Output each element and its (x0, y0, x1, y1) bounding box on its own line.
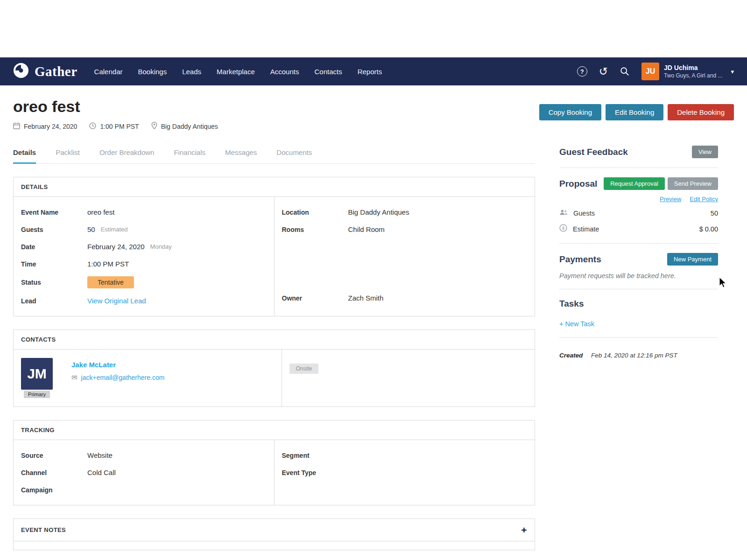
event-notes-body (14, 541, 535, 550)
view-original-lead-link[interactable]: View Original Lead (87, 297, 146, 305)
details-heading: DETAILS (21, 183, 48, 190)
user-organization: Two Guys, A Girl and ... (664, 72, 722, 79)
field-event-name: Event Name oreo fest (14, 203, 274, 221)
field-guests: Guests 50 Estimated (14, 221, 274, 238)
send-preview-button[interactable]: Send Preview (668, 177, 718, 190)
contacts-card-header: CONTACTS (14, 330, 535, 350)
divider (559, 289, 718, 289)
nav-item-calendar[interactable]: Calendar (94, 68, 123, 76)
top-navigation: Gather Calendar Bookings Leads Marketpla… (0, 57, 747, 85)
contacts-card: CONTACTS JM Primary Jake McLater ✉ jack+… (13, 329, 535, 407)
contact-name-link[interactable]: Jake McLater (71, 361, 164, 369)
event-meta: February 24, 2020 1:00 PM PST (13, 122, 218, 131)
field-source: Source Website (14, 447, 274, 464)
gather-logo[interactable]: Gather (13, 63, 78, 80)
tracking-card-header: TRACKING (14, 420, 535, 440)
primary-contact-tag: Primary (24, 391, 50, 398)
guest-feedback-view-button[interactable]: View (692, 146, 718, 158)
svg-text:$: $ (562, 225, 565, 231)
request-approval-button[interactable]: Request Approval (604, 177, 665, 190)
proposal-edit-policy-link[interactable]: Edit Policy (690, 196, 718, 203)
field-campaign: Campaign (14, 481, 274, 498)
payments-section: Payments New Payment Payment requests wi… (559, 253, 718, 280)
contact-avatar[interactable]: JM (21, 358, 53, 390)
tracking-card: TRACKING Source Website Channel Cold Cal… (13, 420, 535, 505)
details-right-column: Location Big Daddy Antiques Rooms Child … (274, 197, 535, 316)
proposal-title: Proposal (559, 179, 597, 189)
tasks-title: Tasks (559, 299, 718, 309)
envelope-icon: ✉ (71, 373, 78, 382)
tracking-heading: TRACKING (21, 427, 55, 434)
payments-title: Payments (559, 254, 601, 265)
add-note-button[interactable]: + (521, 525, 527, 535)
field-status: Status Tentative (14, 273, 274, 292)
edit-booking-button[interactable]: Edit Booking (606, 104, 663, 120)
proposal-preview-link[interactable]: Preview (660, 196, 681, 203)
created-row: Created Feb 14, 2020 at 12:16 pm PST (559, 352, 718, 359)
nav-item-bookings[interactable]: Bookings (138, 68, 167, 76)
contacts-heading: CONTACTS (21, 336, 56, 343)
field-segment: Segment (275, 447, 535, 464)
guest-feedback-title: Guest Feedback (559, 147, 628, 157)
nav-item-reports[interactable]: Reports (358, 68, 382, 76)
field-time: Time 1:00 PM PST (14, 255, 274, 273)
history-icon[interactable]: ↺ (599, 66, 608, 77)
tab-packlist[interactable]: Packlist (56, 148, 80, 163)
nav-utilities: ? ↺ JU JD Uchima Two Guys, A Girl and ..… (577, 63, 734, 80)
page-title: oreo fest (13, 98, 218, 116)
booking-tabs: Details Packlist Order Breakdown Financi… (13, 148, 535, 164)
booking-actions: Copy Booking Edit Booking Delete Booking (539, 104, 734, 120)
guest-feedback-section: Guest Feedback View (559, 146, 718, 158)
event-time: 1:00 PM PST (89, 122, 139, 131)
date-weekday-note: Monday (150, 243, 172, 250)
field-rooms: Rooms Child Room (275, 221, 535, 238)
onsite-badge: Onsite (289, 364, 319, 374)
guests-icon (559, 209, 568, 217)
event-location: Big Daddy Antiques (151, 122, 218, 131)
search-icon[interactable] (620, 66, 630, 77)
field-owner: Owner Zach Smith (275, 289, 535, 307)
bottom-margin (0, 550, 747, 560)
proposal-estimate-value: $ 0.00 (699, 225, 718, 233)
details-card-header: DETAILS (14, 177, 535, 197)
details-card: DETAILS Event Name oreo fest Guests 50 E… (13, 177, 535, 316)
copy-booking-button[interactable]: Copy Booking (539, 104, 601, 120)
created-label: Created (559, 352, 583, 359)
new-task-link[interactable]: + New Task (559, 320, 594, 328)
proposal-estimate-row: $ Estimate $ 0.00 (559, 224, 718, 234)
tab-order-breakdown[interactable]: Order Breakdown (99, 148, 155, 163)
event-notes-card: EVENT NOTES + (13, 518, 535, 550)
mouse-cursor (719, 277, 727, 290)
calendar-icon (13, 122, 20, 131)
user-menu[interactable]: JU JD Uchima Two Guys, A Girl and ... ▾ (641, 63, 734, 80)
tab-documents[interactable]: Documents (276, 148, 312, 163)
user-avatar: JU (641, 63, 659, 80)
nav-item-leads[interactable]: Leads (182, 68, 201, 76)
nav-item-accounts[interactable]: Accounts (270, 68, 299, 76)
status-badge: Tentative (87, 276, 134, 288)
new-payment-button[interactable]: New Payment (667, 253, 718, 266)
nav-links: Calendar Bookings Leads Marketplace Acco… (94, 68, 382, 76)
brand-name: Gather (35, 64, 78, 79)
tasks-section: Tasks + New Task (559, 299, 718, 328)
field-lead: Lead View Original Lead (14, 292, 274, 309)
help-icon[interactable]: ? (577, 66, 587, 77)
divider (559, 337, 718, 338)
tab-details[interactable]: Details (13, 148, 36, 164)
tab-financials[interactable]: Financials (174, 148, 205, 163)
delete-booking-button[interactable]: Delete Booking (668, 104, 734, 120)
contact-avatar-block: JM Primary (21, 358, 53, 398)
contact-email-link[interactable]: ✉ jack+email@gatherhere.com (71, 373, 164, 382)
clock-icon (89, 122, 96, 131)
created-timestamp: Feb 14, 2020 at 12:16 pm PST (591, 352, 677, 359)
nav-item-marketplace[interactable]: Marketplace (217, 68, 255, 76)
divider (559, 243, 718, 244)
nav-item-contacts[interactable]: Contacts (314, 68, 342, 76)
event-notes-heading: EVENT NOTES (21, 526, 66, 533)
contact-role-column: Onsite (282, 350, 535, 406)
tab-messages[interactable]: Messages (225, 148, 257, 163)
proposal-guests-value: 50 (711, 210, 718, 217)
gather-logo-icon (13, 63, 29, 80)
dollar-icon: $ (559, 224, 567, 234)
tracking-right-column: Segment Event Type (274, 440, 535, 505)
